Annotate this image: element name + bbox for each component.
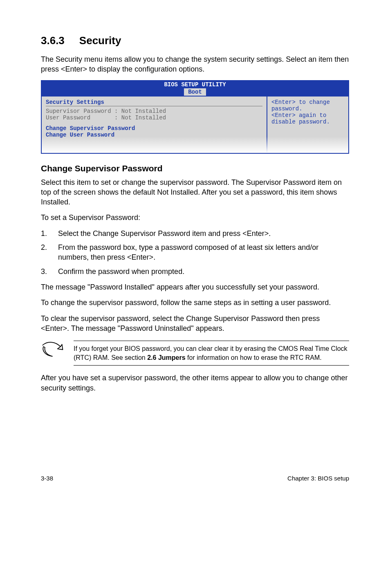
bios-body: Security Settings Supervisor Password : … — [41, 97, 349, 154]
bios-link-change-user: Change User Password — [46, 132, 262, 138]
step-number: 2. — [41, 242, 58, 263]
step-item: 3. Confirm the password when prompted. — [41, 267, 349, 276]
step-text: Confirm the password when prompted. — [58, 267, 349, 276]
bios-row-supervisor: Supervisor Password : Not Installed — [46, 108, 262, 114]
bios-tab-boot: Boot — [184, 88, 206, 96]
bios-tab-row: Boot — [41, 88, 349, 97]
section-heading: 3.6.3Security — [41, 34, 349, 47]
paragraph: To clear the supervisor password, select… — [41, 314, 349, 334]
paragraph: The message "Password Installed" appears… — [41, 282, 349, 292]
paragraph: To change the supervisor password, follo… — [41, 298, 349, 307]
step-text: Select the Change Supervisor Password it… — [58, 229, 349, 238]
step-item: 2. From the password box, type a passwor… — [41, 242, 349, 263]
bios-screenshot: BIOS SETUP UTILITY Boot Security Setting… — [41, 80, 349, 154]
bios-help-line: <Enter> again to — [271, 112, 344, 119]
section-title-text: Security — [79, 34, 121, 47]
section-number: 3.6.3 — [41, 34, 65, 47]
page-footer: 3-38 Chapter 3: BIOS setup — [41, 475, 349, 482]
step-text: From the password box, type a password c… — [58, 242, 349, 263]
bios-left-panel: Security Settings Supervisor Password : … — [42, 97, 267, 153]
bios-section-title: Security Settings — [46, 99, 262, 106]
steps-list: 1. Select the Change Supervisor Password… — [41, 229, 349, 276]
footer-page-number: 3-38 — [41, 475, 53, 482]
bios-title: BIOS SETUP UTILITY — [41, 80, 349, 88]
subsection-heading: Change Supervisor Password — [41, 164, 349, 173]
note-bold: 2.6 Jumpers — [147, 354, 185, 361]
note-block: If you forget your BIOS password, you ca… — [41, 341, 349, 366]
bios-row-user: User Password : Not Installed — [46, 114, 262, 121]
bios-help-panel: <Enter> to change password. <Enter> agai… — [267, 97, 348, 153]
step-number: 3. — [41, 267, 58, 276]
spacer — [46, 121, 262, 125]
paragraph: To set a Supervisor Password: — [41, 213, 349, 222]
page: 3.6.3Security The Security menu items al… — [0, 0, 390, 506]
note-post: for information on how to erase the RTC … — [186, 354, 322, 361]
bios-help-line: <Enter> to change — [271, 99, 344, 105]
bios-link-change-supervisor: Change Supervisor Password — [46, 125, 262, 132]
bios-help-line: password. — [271, 105, 344, 112]
note-text: If you forget your BIOS password, you ca… — [74, 341, 349, 366]
bios-help-line: disable password. — [271, 119, 344, 125]
step-number: 1. — [41, 229, 58, 238]
step-item: 1. Select the Change Supervisor Password… — [41, 229, 349, 238]
intro-paragraph: The Security menu items allow you to cha… — [41, 54, 349, 74]
paragraph: Select this item to set or change the su… — [41, 177, 349, 207]
note-icon — [41, 341, 74, 359]
paragraph: After you have set a supervisor password… — [41, 373, 349, 393]
footer-chapter: Chapter 3: BIOS setup — [287, 475, 349, 482]
